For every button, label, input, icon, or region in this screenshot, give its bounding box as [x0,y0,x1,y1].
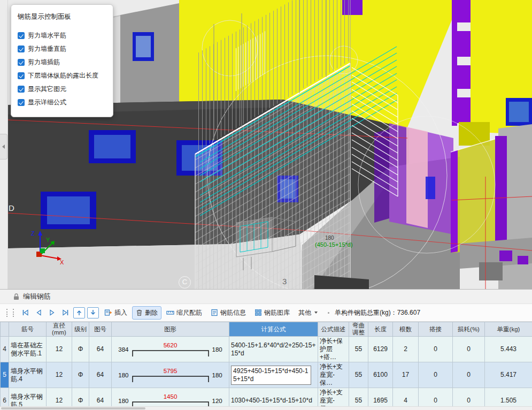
cell-shape[interactable]: 384 5620 180 [112,337,229,362]
shape-left-dim: 384 [118,346,128,353]
viewport-3d[interactable]: Z Y X D C 3 180 (450-15+15*d) 钢筋显示控制面板 剪… [0,0,532,289]
header-shape[interactable]: 图形 [112,322,229,337]
shape-left-dim: 180 [118,371,128,379]
cell-loss[interactable]: 0 [453,388,485,406]
cell-count[interactable]: 2 [393,337,419,362]
cell-unit-weight[interactable]: 5.417 [485,362,532,388]
cell-formula[interactable]: 5400-15+1.6*40*d/2+250-15+15*d [229,337,318,362]
rebar-library-label: 钢筋图库 [264,308,290,317]
option-wall-vertical[interactable]: 剪力墙垂直筋 [11,42,113,56]
axis-y-label: Y [46,237,50,243]
cell-rebar-name[interactable]: 墙在基础左侧水平筋.1 [9,337,47,362]
header-rebar-name[interactable]: 筋号 [9,322,47,337]
delete-button[interactable]: 删除 [132,306,161,320]
cell-diameter[interactable]: 12 [47,337,72,362]
cell-count[interactable]: 17 [393,362,419,388]
option-lower-wall-exposed-length[interactable]: 下层墙体纵筋的露出长度 [11,69,113,82]
header-figure-no[interactable]: 图号 [89,322,112,337]
cell-shape[interactable]: 180 5795 180 [112,362,229,388]
rebar-shape-diagram: 5795 [130,367,211,384]
row-number-cell[interactable]: 4 [1,337,9,362]
cell-shape[interactable]: 180 1450 120 [112,388,229,406]
header-formula-desc[interactable]: 公式描述 [318,322,349,337]
checkbox-checked-icon[interactable] [18,32,25,39]
table-header-row: 筋号 直径(mm) 级别 图号 图形 计算公式 公式描述 弯曲调整 长度 根数 … [1,322,532,337]
cell-formula-desc[interactable]: 净长+支座宽-保… [318,362,349,388]
checkbox-checked-icon[interactable] [18,59,25,66]
option-wall-dowel[interactable]: 剪力墙插筋 [11,56,113,69]
cell-lap[interactable]: 0 [419,337,453,362]
cell-length[interactable]: 6100 [368,362,393,388]
cell-count[interactable]: 4 [393,388,419,406]
move-down-button[interactable] [87,307,99,318]
cell-formula-editing[interactable]: 4925+450-15+15*d+450-15+15*d [229,362,318,388]
move-up-button[interactable] [73,307,85,318]
cell-lap[interactable]: 0 [419,388,453,406]
cell-level[interactable]: Φ [72,388,89,406]
nav-next-button[interactable] [46,307,58,318]
cell-diameter[interactable]: 12 [47,362,72,388]
formula-edit-box[interactable]: 4925+450-15+15*d+450-15+15*d [231,366,311,385]
checkbox-checked-icon[interactable] [18,99,25,106]
cell-rebar-name[interactable]: 墙身水平钢筋.5 [9,388,47,406]
cell-bend-adjust[interactable]: 55 [349,362,368,388]
cell-rebar-name[interactable]: 墙身水平钢筋.4 [9,362,47,388]
option-show-detailed-formula[interactable]: 显示详细公式 [11,96,113,109]
checkbox-checked-icon[interactable] [18,45,25,52]
header-lap[interactable]: 搭接 [419,322,453,337]
header-row-number[interactable] [1,322,9,337]
cell-figure-no[interactable]: 64 [89,388,112,406]
row-number-cell[interactable]: 5 [1,362,9,388]
header-loss[interactable]: 损耗(%) [453,322,485,337]
cell-formula[interactable]: 1030+450-15+15*d-15+10*d [229,388,318,406]
library-grid-icon [255,309,262,316]
table-row: 6 墙身水平钢筋.5 12 Φ 64 180 1450 120 [1,388,532,406]
cell-figure-no[interactable]: 64 [89,337,112,362]
cell-unit-weight[interactable]: 1.505 [485,388,532,406]
cell-unit-weight[interactable]: 5.443 [485,337,532,362]
option-show-other-elements[interactable]: 显示其它图元 [11,82,113,96]
shape-right-dim: 120 [212,397,222,405]
option-wall-horizontal[interactable]: 剪力墙水平筋 [11,29,113,42]
cell-bend-adjust[interactable]: 55 [349,337,368,362]
nav-prev-button[interactable] [33,307,45,318]
cell-loss[interactable]: 0 [453,362,485,388]
nav-last-button[interactable] [59,307,72,318]
cell-level[interactable]: Φ [72,362,89,388]
checkbox-checked-icon[interactable] [18,86,25,93]
cell-bend-adjust[interactable]: 55 [349,388,368,406]
cell-loss[interactable]: 0 [453,337,485,362]
cell-formula-desc[interactable]: 净长+支座宽-保… [318,388,349,406]
collapse-panel-button[interactable] [0,134,7,160]
nav-first-button[interactable] [19,307,32,318]
header-count[interactable]: 根数 [393,322,419,337]
header-diameter[interactable]: 直径(mm) [47,322,72,337]
checkbox-checked-icon[interactable] [18,72,25,79]
cell-lap[interactable]: 0 [419,362,453,388]
insert-button[interactable]: 插入 [101,306,131,320]
scale-rebar-button[interactable]: 缩尺配筋 [163,306,206,320]
scrollbar-thumb[interactable] [1,407,145,409]
lock-icon[interactable] [13,293,19,300]
drag-handle-icon[interactable] [6,309,14,317]
header-length[interactable]: 长度 [368,322,393,337]
rebar-library-button[interactable]: 钢筋图库 [251,306,294,320]
header-bend-adjust[interactable]: 弯曲调整 [349,322,368,337]
cell-level[interactable]: Φ [72,337,89,362]
cell-length[interactable]: 1695 [368,388,393,406]
other-dropdown[interactable]: 其他 [295,306,321,320]
header-formula[interactable]: 计算公式 [229,322,318,337]
header-unit-weight[interactable]: 单重(kg) [485,322,532,337]
cell-formula-desc[interactable]: 净长+保护层+搭… [318,337,349,362]
horizontal-scrollbar[interactable] [0,406,532,410]
row-number-cell[interactable]: 6 [1,388,9,406]
header-level[interactable]: 级别 [72,322,89,337]
cell-figure-no[interactable]: 64 [89,362,112,388]
chevron-down-icon [314,312,318,314]
nav-prev-icon [35,309,43,316]
cell-length[interactable]: 6129 [368,337,393,362]
other-label: 其他 [298,308,311,317]
cell-diameter[interactable]: 12 [47,388,72,406]
rebar-info-button[interactable]: 钢筋信息 [207,306,250,320]
option-label: 剪力墙插筋 [28,58,60,67]
